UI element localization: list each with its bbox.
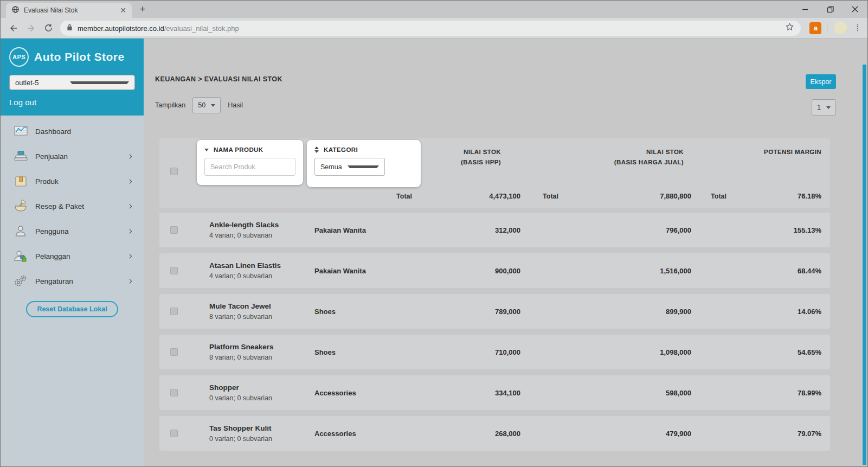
chevron-down-icon (348, 165, 379, 168)
browser-tab[interactable]: Evaluasi Nilai Stok ✕ (6, 3, 132, 18)
nilai-stok-hpp: 268,000 (412, 430, 520, 438)
potensi-margin: 155.13% (726, 226, 821, 234)
sidebar-item-resep-paket[interactable]: Resep & Paket (1, 194, 144, 219)
table-row[interactable]: Tas Shopper Kulit 0 varian; 0 subvarian … (159, 416, 830, 451)
chevron-down-icon (211, 104, 215, 107)
product-name: Shopper (209, 383, 314, 392)
user-icon (12, 225, 29, 238)
product-name: Ankle-length Slacks (209, 221, 314, 229)
category-select[interactable]: Semua (314, 158, 385, 176)
restore-button[interactable] (818, 1, 843, 18)
sidebar-menu: Dashboard Penjualan Produk (1, 116, 144, 466)
potensi-margin: 79.07% (726, 430, 821, 438)
total-jual-value: 7,880,800 (558, 192, 691, 200)
sidebar-item-pengaturan[interactable]: Pengaturan (1, 268, 144, 293)
reset-database-button[interactable]: Reset Database Lokal (26, 301, 118, 317)
nilai-stok-hpp: 789,000 (412, 308, 520, 316)
package-box-icon (12, 175, 29, 188)
export-button[interactable]: Ekspor (806, 74, 836, 89)
table-row[interactable]: Ankle-length Slacks 4 varian; 0 subvaria… (159, 213, 830, 247)
product-category: Pakaian Wanita (314, 226, 412, 234)
table-row[interactable]: Mule Tacon Jewel 8 varian; 0 subvarian S… (159, 294, 830, 329)
row-checkbox[interactable] (170, 267, 178, 274)
show-label: Tampilkan (155, 101, 185, 109)
row-checkbox[interactable] (170, 430, 178, 437)
chevron-down-icon (70, 81, 129, 84)
potensi-margin: 14.06% (726, 308, 821, 316)
chevron-right-icon (127, 203, 134, 210)
total-label: Total (520, 193, 558, 200)
product-category: Shoes (314, 308, 412, 316)
browser-toolbar: member.autopilotstore.co.id/evaluasi_nil… (1, 18, 867, 39)
page-number-select[interactable]: 1 (812, 99, 836, 116)
row-checkbox[interactable] (170, 226, 178, 234)
globe-favicon-icon (11, 5, 20, 16)
nilai-stok-jual: 479,900 (558, 430, 691, 438)
table-row[interactable]: Shopper 0 varian; 0 subvarian Accessorie… (159, 375, 830, 410)
forward-icon[interactable] (22, 20, 40, 37)
back-icon[interactable] (5, 20, 22, 37)
main-content: KEUANGAN > EVALUASI NILAI STOK Ekspor Ta… (144, 39, 867, 466)
window-controls (793, 1, 867, 18)
nilai-stok-hpp: 900,000 (412, 267, 520, 275)
row-checkbox[interactable] (170, 348, 178, 356)
search-produk-input[interactable] (204, 158, 295, 176)
product-variant: 4 varian; 0 subvarian (209, 232, 314, 239)
select-all-checkbox[interactable] (170, 168, 178, 175)
product-category: Shoes (314, 348, 412, 356)
filter-name-header: NAMA PRODUK (214, 146, 263, 153)
nilai-stok-jual: 796,000 (558, 226, 691, 234)
sidebar-item-pengguna[interactable]: Pengguna (1, 219, 144, 244)
row-checkbox[interactable] (170, 308, 178, 315)
sidebar-item-pelanggan[interactable]: Pelanggan (1, 244, 144, 268)
product-category: Accessories (314, 389, 412, 397)
page-size-select[interactable]: 50 (192, 97, 221, 113)
table-row[interactable]: Atasan Linen Elastis 4 varian; 0 subvari… (159, 253, 830, 288)
page-scrollbar[interactable] (863, 65, 866, 465)
extension-icon[interactable]: a (809, 22, 821, 34)
column-header-nilai-stok-jual: NILAI STOK (BASIS HARGA JUAL) (558, 147, 691, 168)
sidebar: APS Auto Pilot Store outlet-5 Log out Da… (1, 39, 144, 466)
profile-avatar[interactable] (834, 21, 847, 35)
lock-icon (67, 23, 73, 33)
url-path: /evaluasi_nilai_stok.php (164, 24, 239, 33)
tab-close-icon[interactable]: ✕ (120, 7, 126, 14)
browser-menu-icon[interactable]: ⁞ (856, 23, 859, 34)
brand-name: Auto Pilot Store (34, 50, 125, 63)
sort-desc-icon[interactable] (204, 149, 209, 151)
logout-link[interactable]: Log out (9, 98, 135, 107)
row-checkbox[interactable] (170, 389, 178, 396)
outlet-select[interactable]: outlet-5 (9, 75, 135, 90)
total-hpp-value: 4,473,100 (412, 192, 520, 200)
chevron-right-icon (127, 153, 134, 160)
product-category: Accessories (314, 430, 412, 438)
potensi-margin: 54.65% (726, 348, 821, 356)
refresh-icon[interactable] (40, 20, 57, 37)
table-row[interactable]: Platform Sneakers 8 varian; 0 subvarian … (159, 335, 830, 369)
table-header: NILAI STOK (BASIS HPP) NILAI STOK (BASIS… (159, 138, 830, 208)
close-window-button[interactable] (843, 1, 867, 18)
stock-table: NILAI STOK (BASIS HPP) NILAI STOK (BASIS… (159, 138, 830, 457)
nilai-stok-hpp: 334,100 (412, 389, 520, 397)
product-name: Tas Shopper Kulit (209, 424, 314, 432)
toolbar-divider (827, 23, 827, 33)
bookmark-star-icon[interactable] (785, 22, 794, 34)
potensi-margin: 78.99% (726, 389, 821, 397)
sidebar-item-penjualan[interactable]: Penjualan (1, 144, 144, 169)
chevron-down-icon (826, 106, 831, 109)
sidebar-item-produk[interactable]: Produk (1, 169, 144, 194)
nilai-stok-jual: 598,000 (558, 389, 691, 397)
address-bar[interactable]: member.autopilotstore.co.id/evaluasi_nil… (60, 21, 801, 36)
product-name: Atasan Linen Elastis (209, 261, 314, 270)
filter-category-header: KATEGORI (324, 146, 358, 153)
nilai-stok-jual: 899,900 (558, 308, 691, 316)
sidebar-item-dashboard[interactable]: Dashboard (1, 119, 144, 144)
total-margin-value: 76.18% (726, 192, 821, 200)
sort-both-icon[interactable] (314, 146, 319, 153)
column-header-nilai-stok-hpp: NILAI STOK (BASIS HPP) (412, 147, 520, 168)
product-variant: 0 varian; 0 subvarian (209, 435, 314, 443)
sidebar-header: APS Auto Pilot Store outlet-5 Log out (1, 39, 144, 116)
new-tab-button[interactable]: + (135, 2, 150, 17)
product-name: Platform Sneakers (209, 343, 314, 351)
minimize-button[interactable] (793, 1, 818, 18)
